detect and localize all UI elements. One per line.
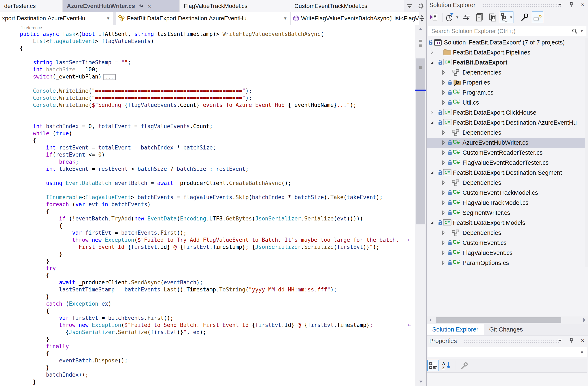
preview-selected-items-icon[interactable] — [532, 11, 543, 23]
chevron-collapsed-icon[interactable] — [441, 201, 446, 205]
chevron-collapsed-icon[interactable] — [441, 70, 446, 75]
chevron-down-icon[interactable]: ▼ — [509, 15, 513, 20]
tree-item-paramoptions-cs[interactable]: C#ParamOptions.cs — [427, 258, 588, 268]
lock-icon — [447, 200, 452, 206]
sync-with-active-document-icon[interactable] — [461, 11, 473, 23]
tab-customeventtrackmodel-cs[interactable]: CustomEventTrackModel.cs — [290, 0, 404, 12]
chevron-expanded-icon[interactable] — [430, 60, 435, 65]
categorized-icon[interactable] — [427, 360, 439, 371]
show-all-files-icon[interactable] — [487, 11, 498, 23]
pin-icon[interactable] — [568, 1, 575, 8]
tree-item-customevent-cs[interactable]: C#CustomEvent.cs — [427, 238, 588, 248]
tree-item-dependencies[interactable]: Dependencies — [427, 228, 588, 238]
chevron-collapsed-icon[interactable] — [441, 180, 446, 185]
chevron-collapsed-icon[interactable] — [441, 100, 446, 105]
document-list-dropdown-icon[interactable] — [405, 2, 413, 10]
scrollbar-thumb[interactable] — [416, 59, 425, 224]
tree-item-featbit-dataexport-destination-azureeventhu[interactable]: C#FeatBit.DataExport.Destination.AzureEv… — [427, 118, 588, 128]
chevron-expanded-icon[interactable] — [430, 120, 435, 125]
chevron-down-icon[interactable]: ▼ — [455, 15, 459, 20]
tree-item-featbit-dataexport-models[interactable]: C#FeatBit.DataExport.Models — [427, 218, 588, 228]
tab-close-icon[interactable]: × — [147, 2, 151, 10]
drag-grip[interactable] — [483, 3, 561, 7]
pin-icon[interactable] — [568, 337, 575, 344]
alphabetical-sort-icon[interactable]: AZ — [441, 360, 452, 371]
view-hierarchy-icon[interactable]: ▼ — [500, 11, 513, 23]
tree-horizontal-scrollbar[interactable] — [427, 317, 588, 324]
pending-changes-filter-icon[interactable]: ▼ — [445, 11, 460, 23]
tree-item-customeventreadertester-cs[interactable]: C#CustomEventReaderTester.cs — [427, 148, 588, 158]
breadcrumb-segment[interactable]: WriteFlagValueEventsBatchAsync(List<Flag… — [291, 12, 419, 25]
tree-item-label: FeatBit.DataExport.Models — [453, 219, 525, 226]
tree-item-flagvalueevent-cs[interactable]: C#FlagValueEvent.cs — [427, 248, 588, 258]
tree-item-featbit-dataexport-clickhouse[interactable]: C#FeatBit.DataExport.ClickHouse — [427, 108, 588, 118]
chevron-collapsed-icon[interactable] — [441, 90, 446, 95]
tree-item-segmentwriter-cs[interactable]: C#SegmentWriter.cs — [427, 208, 588, 218]
lock-icon — [447, 160, 452, 166]
chevron-expanded-icon[interactable] — [430, 221, 435, 225]
chevron-collapsed-icon[interactable] — [430, 50, 435, 55]
tree-item-flagvaluetrackmodel-cs[interactable]: C#FlagValueTrackModel.cs — [427, 198, 588, 208]
chevron-collapsed-icon[interactable] — [441, 241, 446, 245]
window-position-dropdown-icon[interactable] — [557, 1, 563, 8]
window-position-dropdown-icon[interactable] — [557, 337, 563, 344]
tab-pin-icon[interactable] — [139, 3, 144, 9]
tool-tab-solution-explorer[interactable]: Solution Explorer — [427, 324, 484, 335]
drag-grip[interactable] — [464, 340, 559, 343]
tree-item-dependencies[interactable]: Dependencies — [427, 68, 588, 78]
tab-azureeventhubwriter-cs[interactable]: AzureEventHubWriter.cs× — [63, 0, 180, 12]
tree-item-customeventtrackmodel-cs[interactable]: C#CustomEventTrackModel.cs — [427, 188, 588, 198]
tree-item-solution-featbit-dataexport-7-of-7-projects-[interactable]: Solution 'FeatBit.DataExport' (7 of 7 pr… — [427, 38, 588, 48]
search-icon[interactable] — [571, 28, 578, 34]
properties-icon[interactable] — [519, 11, 530, 23]
tree-item-flagvalueeventreadertester-cs[interactable]: C#FlagValueEventReaderTester.cs — [427, 158, 588, 168]
scroll-down-arrow-icon[interactable] — [415, 379, 426, 385]
tree-item-featbit-dataexport-destination-segment[interactable]: C#FeatBit.DataExport.Destination.Segment — [427, 168, 588, 178]
gear-icon[interactable] — [417, 2, 425, 10]
tree-item-properties[interactable]: Properties — [427, 78, 588, 88]
scroll-right-arrow-icon[interactable] — [581, 317, 588, 323]
chevron-collapsed-icon[interactable] — [441, 130, 446, 135]
search-options-dropdown-icon[interactable]: ▼ — [580, 29, 584, 33]
search-input[interactable]: Search Solution Explorer (Ctrl+;) ▼ — [428, 26, 586, 36]
code-line: } — [0, 336, 415, 343]
tree-item-featbit-dataexport[interactable]: C#FeatBit.DataExport — [427, 58, 588, 68]
close-icon[interactable]: × — [579, 337, 586, 344]
tree-item-azureeventhubwriter-cs[interactable]: C#AzureEventHubWriter.cs — [427, 138, 588, 148]
tree-vertical-scrollbar[interactable] — [585, 38, 588, 267]
code-line — [0, 80, 415, 87]
chevron-collapsed-icon[interactable] — [441, 261, 446, 265]
scroll-left-arrow-icon[interactable] — [427, 317, 434, 323]
chevron-collapsed-icon[interactable] — [441, 210, 446, 215]
scroll-up-arrow-icon[interactable] — [415, 26, 426, 32]
tree-item-featbit-dataexport-pipelines[interactable]: FeatBit.DataExport.Pipelines — [427, 48, 588, 58]
chevron-collapsed-icon[interactable] — [441, 230, 446, 236]
editor-vertical-scrollbar[interactable] — [415, 25, 426, 386]
tab-dertester-cs[interactable]: derTester.cs — [0, 0, 63, 12]
code-editor[interactable]: 1 reference public async Task<(bool ifAl… — [0, 25, 415, 386]
tree-item-dependencies[interactable]: Dependencies — [427, 178, 588, 188]
tree-item-label: CustomEventReaderTester.cs — [462, 149, 543, 156]
chevron-collapsed-icon[interactable] — [430, 110, 435, 115]
tab-flagvaluetrackmodel-cs[interactable]: FlagValueTrackModel.cs — [180, 0, 290, 12]
chevron-collapsed-icon[interactable] — [441, 190, 446, 195]
tool-tab-git-changes[interactable]: Git Changes — [484, 324, 528, 335]
property-pages-icon[interactable] — [458, 360, 470, 371]
properties-object-combobox[interactable]: ▼ — [427, 347, 587, 357]
codelens-references[interactable]: 1 reference — [0, 25, 415, 30]
switch-views-icon[interactable] — [428, 11, 440, 23]
chevron-collapsed-icon[interactable] — [441, 140, 446, 145]
chevron-collapsed-icon[interactable] — [441, 250, 446, 256]
chevron-collapsed-icon[interactable] — [441, 80, 446, 85]
chevron-collapsed-icon[interactable] — [441, 160, 446, 165]
breadcrumb-segment[interactable]: xport.Destination.AzureEventHu▼ — [0, 12, 113, 25]
chevron-collapsed-icon[interactable] — [441, 150, 446, 155]
tree-item-program-cs[interactable]: C#Program.cs — [427, 88, 588, 98]
breadcrumb-segment[interactable]: FeatBit.DataExport.Destination.AzureEven… — [116, 12, 290, 25]
tree-item-dependencies[interactable]: Dependencies — [427, 128, 588, 138]
scrollbar-thumb[interactable] — [436, 317, 561, 323]
tree-item-util-cs[interactable]: C#Util.cs — [427, 98, 588, 108]
close-icon[interactable]: × — [579, 1, 586, 8]
chevron-expanded-icon[interactable] — [430, 170, 435, 175]
collapse-all-icon[interactable] — [474, 11, 485, 23]
